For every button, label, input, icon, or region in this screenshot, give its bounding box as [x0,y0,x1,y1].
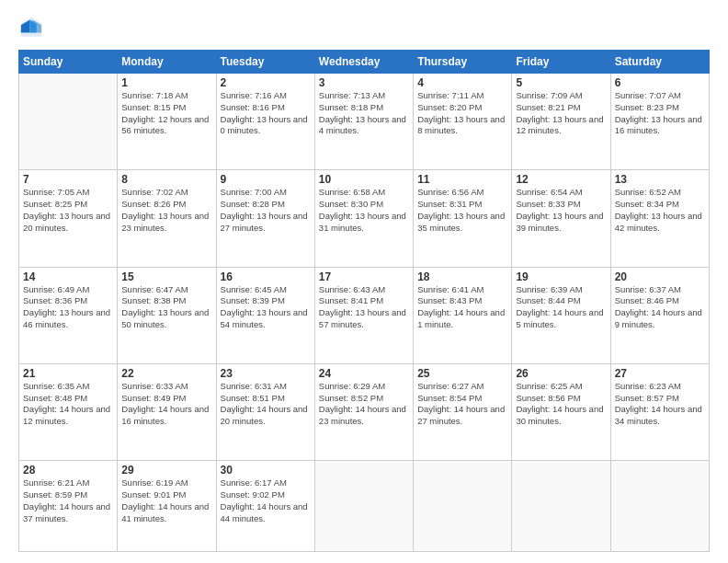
day-info: Sunrise: 6:56 AM Sunset: 8:31 PM Dayligh… [417,187,507,234]
weekday-saturday: Saturday [610,51,709,74]
day-cell: 2Sunrise: 7:16 AM Sunset: 8:16 PM Daylig… [216,74,314,170]
week-row-0: 1Sunrise: 7:18 AM Sunset: 8:15 PM Daylig… [19,74,710,170]
day-info: Sunrise: 7:09 AM Sunset: 8:21 PM Dayligh… [516,90,606,137]
day-info: Sunrise: 6:39 AM Sunset: 8:44 PM Dayligh… [516,284,606,331]
day-cell: 25Sunrise: 6:27 AM Sunset: 8:54 PM Dayli… [414,363,512,460]
week-row-3: 21Sunrise: 6:35 AM Sunset: 8:48 PM Dayli… [19,363,710,460]
day-cell [512,461,610,552]
day-cell: 16Sunrise: 6:45 AM Sunset: 8:39 PM Dayli… [216,267,314,363]
day-cell: 6Sunrise: 7:07 AM Sunset: 8:23 PM Daylig… [610,74,709,170]
weekday-sunday: Sunday [19,51,118,74]
calendar-body: 1Sunrise: 7:18 AM Sunset: 8:15 PM Daylig… [19,74,710,552]
day-number: 15 [121,270,211,283]
day-number: 3 [319,76,409,89]
week-row-2: 14Sunrise: 6:49 AM Sunset: 8:36 PM Dayli… [19,267,710,363]
day-number: 29 [121,464,211,477]
day-cell: 30Sunrise: 6:17 AM Sunset: 9:02 PM Dayli… [216,461,314,552]
day-cell: 15Sunrise: 6:47 AM Sunset: 8:38 PM Dayli… [118,267,216,363]
day-info: Sunrise: 6:35 AM Sunset: 8:48 PM Dayligh… [23,381,113,428]
day-info: Sunrise: 6:43 AM Sunset: 8:41 PM Dayligh… [319,284,409,331]
day-info: Sunrise: 6:41 AM Sunset: 8:43 PM Dayligh… [417,284,507,331]
header [18,15,710,40]
day-info: Sunrise: 6:19 AM Sunset: 9:01 PM Dayligh… [121,477,211,524]
day-cell: 11Sunrise: 6:56 AM Sunset: 8:31 PM Dayli… [414,170,512,267]
day-info: Sunrise: 6:37 AM Sunset: 8:46 PM Dayligh… [615,284,705,331]
day-cell: 23Sunrise: 6:31 AM Sunset: 8:51 PM Dayli… [216,363,314,460]
day-info: Sunrise: 6:27 AM Sunset: 8:54 PM Dayligh… [417,381,507,428]
day-cell [19,74,118,170]
day-cell: 10Sunrise: 6:58 AM Sunset: 8:30 PM Dayli… [314,170,413,267]
day-info: Sunrise: 6:45 AM Sunset: 8:39 PM Dayligh… [221,284,311,331]
day-number: 30 [221,464,311,477]
day-cell: 12Sunrise: 6:54 AM Sunset: 8:33 PM Dayli… [512,170,610,267]
day-info: Sunrise: 6:25 AM Sunset: 8:56 PM Dayligh… [516,381,606,428]
day-info: Sunrise: 7:11 AM Sunset: 8:20 PM Dayligh… [417,90,507,137]
day-cell [314,461,413,552]
day-cell: 9Sunrise: 7:00 AM Sunset: 8:28 PM Daylig… [216,170,314,267]
day-cell: 20Sunrise: 6:37 AM Sunset: 8:46 PM Dayli… [610,267,709,363]
day-number: 14 [23,270,113,283]
day-info: Sunrise: 6:49 AM Sunset: 8:36 PM Dayligh… [23,284,113,331]
day-number: 8 [121,173,211,186]
day-cell: 22Sunrise: 6:33 AM Sunset: 8:49 PM Dayli… [118,363,216,460]
day-info: Sunrise: 6:33 AM Sunset: 8:49 PM Dayligh… [121,381,211,428]
day-cell: 29Sunrise: 6:19 AM Sunset: 9:01 PM Dayli… [118,461,216,552]
day-cell: 8Sunrise: 7:02 AM Sunset: 8:26 PM Daylig… [118,170,216,267]
day-cell: 24Sunrise: 6:29 AM Sunset: 8:52 PM Dayli… [314,363,413,460]
day-number: 9 [221,173,311,186]
day-cell: 21Sunrise: 6:35 AM Sunset: 8:48 PM Dayli… [19,363,118,460]
weekday-tuesday: Tuesday [216,51,314,74]
weekday-monday: Monday [118,51,216,74]
day-cell: 17Sunrise: 6:43 AM Sunset: 8:41 PM Dayli… [314,267,413,363]
day-number: 20 [615,270,705,283]
day-info: Sunrise: 6:21 AM Sunset: 8:59 PM Dayligh… [23,477,113,524]
day-cell: 1Sunrise: 7:18 AM Sunset: 8:15 PM Daylig… [118,74,216,170]
day-number: 13 [615,173,705,186]
day-cell: 13Sunrise: 6:52 AM Sunset: 8:34 PM Dayli… [610,170,709,267]
day-cell: 7Sunrise: 7:05 AM Sunset: 8:25 PM Daylig… [19,170,118,267]
day-cell [414,461,512,552]
day-cell: 28Sunrise: 6:21 AM Sunset: 8:59 PM Dayli… [19,461,118,552]
day-number: 22 [121,367,211,380]
day-info: Sunrise: 6:54 AM Sunset: 8:33 PM Dayligh… [516,187,606,234]
day-number: 21 [23,367,113,380]
day-info: Sunrise: 7:13 AM Sunset: 8:18 PM Dayligh… [319,90,409,137]
weekday-thursday: Thursday [414,51,512,74]
day-cell: 27Sunrise: 6:23 AM Sunset: 8:57 PM Dayli… [610,363,709,460]
day-number: 26 [516,367,606,380]
day-number: 16 [221,270,311,283]
day-info: Sunrise: 7:18 AM Sunset: 8:15 PM Dayligh… [121,90,211,137]
day-number: 7 [23,173,113,186]
calendar-table: SundayMondayTuesdayWednesdayThursdayFrid… [18,50,710,552]
day-number: 4 [417,76,507,89]
day-info: Sunrise: 7:07 AM Sunset: 8:23 PM Dayligh… [615,90,705,137]
week-row-4: 28Sunrise: 6:21 AM Sunset: 8:59 PM Dayli… [19,461,710,552]
logo [18,15,48,40]
day-cell: 3Sunrise: 7:13 AM Sunset: 8:18 PM Daylig… [314,74,413,170]
week-row-1: 7Sunrise: 7:05 AM Sunset: 8:25 PM Daylig… [19,170,710,267]
day-cell: 14Sunrise: 6:49 AM Sunset: 8:36 PM Dayli… [19,267,118,363]
day-number: 5 [516,76,606,89]
day-number: 10 [319,173,409,186]
day-info: Sunrise: 7:16 AM Sunset: 8:16 PM Dayligh… [221,90,311,137]
day-info: Sunrise: 7:05 AM Sunset: 8:25 PM Dayligh… [23,187,113,234]
logo-icon [18,15,44,40]
day-number: 27 [615,367,705,380]
day-number: 24 [319,367,409,380]
day-info: Sunrise: 6:29 AM Sunset: 8:52 PM Dayligh… [319,381,409,428]
day-number: 17 [319,270,409,283]
day-cell: 4Sunrise: 7:11 AM Sunset: 8:20 PM Daylig… [414,74,512,170]
weekday-header-row: SundayMondayTuesdayWednesdayThursdayFrid… [19,51,710,74]
day-cell: 19Sunrise: 6:39 AM Sunset: 8:44 PM Dayli… [512,267,610,363]
weekday-wednesday: Wednesday [314,51,413,74]
day-info: Sunrise: 6:23 AM Sunset: 8:57 PM Dayligh… [615,381,705,428]
day-info: Sunrise: 6:47 AM Sunset: 8:38 PM Dayligh… [121,284,211,331]
day-cell: 26Sunrise: 6:25 AM Sunset: 8:56 PM Dayli… [512,363,610,460]
day-info: Sunrise: 7:00 AM Sunset: 8:28 PM Dayligh… [221,187,311,234]
day-cell: 18Sunrise: 6:41 AM Sunset: 8:43 PM Dayli… [414,267,512,363]
day-number: 18 [417,270,507,283]
day-info: Sunrise: 7:02 AM Sunset: 8:26 PM Dayligh… [121,187,211,234]
day-info: Sunrise: 6:17 AM Sunset: 9:02 PM Dayligh… [221,477,311,524]
day-number: 23 [221,367,311,380]
page: SundayMondayTuesdayWednesdayThursdayFrid… [0,0,728,563]
